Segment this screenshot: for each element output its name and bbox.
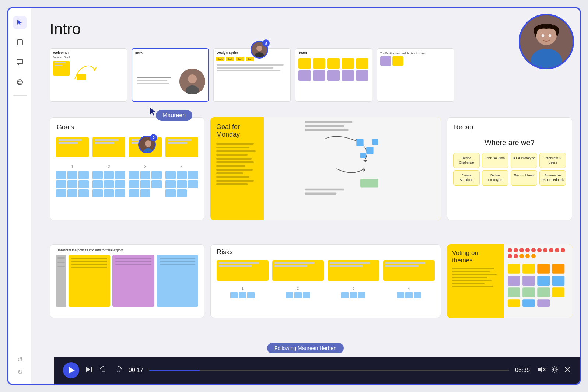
slide1-illustration: [71, 61, 99, 83]
cell: [177, 189, 187, 197]
dot: [519, 248, 524, 252]
svg-point-3: [18, 81, 20, 82]
cell: [67, 171, 78, 179]
page-title: Intro: [50, 20, 81, 38]
goal-note-4: [165, 137, 198, 157]
cursor-tool[interactable]: [13, 16, 27, 29]
svg-rect-30: [360, 179, 378, 188]
svg-rect-1: [17, 59, 23, 64]
svg-marker-24: [363, 160, 368, 162]
recap-title: Recap: [447, 118, 572, 134]
transform-box-purple: [112, 255, 154, 307]
svg-rect-36: [552, 264, 564, 274]
svg-rect-31: [305, 189, 344, 190]
replay-10-button[interactable]: 10: [99, 365, 108, 375]
recap-cell-3: Build Prototype: [511, 153, 537, 168]
svg-point-8: [542, 34, 545, 37]
slide-thumb-4[interactable]: Team: [295, 48, 372, 102]
play-button[interactable]: [63, 362, 79, 378]
risks-notes: [217, 260, 435, 281]
team-sticky-5: [356, 58, 368, 69]
slide2-label: Intro: [132, 49, 208, 56]
play-icon: [69, 367, 75, 374]
team-sticky-8: [327, 70, 340, 81]
recap-cell-4: Interview 5 Users: [539, 153, 566, 168]
undo-button[interactable]: ↺: [17, 356, 23, 364]
slide5-text: The Decider makes all the key decisions: [380, 52, 451, 55]
close-button[interactable]: [564, 366, 571, 375]
svg-rect-27: [366, 147, 373, 154]
svg-rect-29: [360, 153, 366, 158]
col4-grid: [165, 171, 198, 197]
goal-monday-left: Goal for Monday: [210, 117, 264, 220]
dot-orange: [519, 254, 524, 258]
toolbar-bottom: ↺ ↻: [17, 356, 23, 376]
comment-tool[interactable]: [13, 56, 27, 69]
recap-inner: Where are we? Define Challenge Pick Solu…: [447, 134, 572, 190]
diagram-svg: [264, 117, 441, 220]
col-num-3: 3: [144, 165, 147, 169]
cell: [115, 171, 125, 179]
goals-card: Goals: [50, 117, 204, 220]
skip-forward-button[interactable]: [85, 366, 93, 375]
slide-user-badge: 3: [262, 39, 270, 47]
svg-point-4: [21, 81, 22, 82]
risks-col-num-2: 2: [297, 287, 299, 290]
risk-note-4: [383, 260, 435, 281]
slide-thumb-5[interactable]: The Decider makes all the key decisions: [377, 48, 454, 102]
svg-marker-25: [364, 168, 365, 172]
risks-col-num-3: 3: [353, 287, 354, 290]
svg-point-18: [145, 140, 151, 147]
slide5-content: The Decider makes all the key decisions: [377, 49, 454, 69]
dot: [549, 248, 553, 252]
rc: [341, 292, 349, 298]
cell: [115, 189, 125, 197]
col-num-4: 4: [181, 165, 183, 169]
frame-tool[interactable]: [13, 36, 27, 49]
voting-left: Voting on themes: [447, 244, 504, 318]
cell: [165, 171, 176, 179]
risks-col-num-4: 4: [408, 287, 410, 290]
voting-right: [504, 244, 572, 318]
progress-bar[interactable]: [149, 370, 509, 371]
col2-grid: [92, 171, 125, 197]
risks-cells-3: [341, 292, 365, 298]
cell: [188, 180, 198, 188]
goals-columns: 1: [56, 165, 198, 197]
mute-button[interactable]: [538, 366, 546, 375]
progress-fill: [149, 370, 200, 371]
slide1-name: Maureen Smith: [50, 55, 127, 59]
content-area: Intro Welcome! Maureen: [31, 8, 580, 384]
rc: [397, 292, 404, 298]
decider-sticky-2: [392, 56, 403, 66]
risks-inner: Risks: [211, 245, 441, 302]
svg-rect-21: [305, 125, 344, 127]
goals-user-badge: 2: [150, 134, 157, 141]
dot-orange: [531, 254, 536, 258]
team-sticky-3: [327, 58, 340, 69]
settings-button[interactable]: [551, 365, 559, 375]
slide-thumb-1[interactable]: Welcome! Maureen Smith: [50, 48, 127, 102]
cell: [56, 171, 66, 179]
svg-rect-28: [372, 139, 378, 145]
recap-card: Recap Where are we? Define Challenge Pic…: [447, 117, 572, 220]
risks-cells-2: [286, 292, 310, 298]
voting-dots: [508, 248, 568, 258]
svg-rect-22: [305, 129, 348, 131]
slide4-content: [295, 55, 372, 84]
sticker-tool[interactable]: [13, 76, 27, 89]
risks-cells-4: [397, 292, 421, 298]
team-sticky-2: [313, 58, 325, 69]
cell: [165, 189, 176, 197]
slide-thumb-2[interactable]: Intro: [132, 48, 209, 102]
forward-10-button[interactable]: 10: [114, 365, 123, 375]
where-are-we-text: Where are we?: [453, 139, 566, 147]
team-sticky-6: [298, 70, 311, 81]
rc: [350, 292, 357, 298]
risks-col-1: 1: [217, 287, 269, 298]
goal-monday-card: Goal for Monday: [210, 117, 441, 220]
team-sticky-7: [313, 70, 325, 81]
team-sticky-1: [298, 58, 311, 69]
rc: [405, 292, 413, 298]
redo-button[interactable]: ↻: [17, 368, 23, 376]
